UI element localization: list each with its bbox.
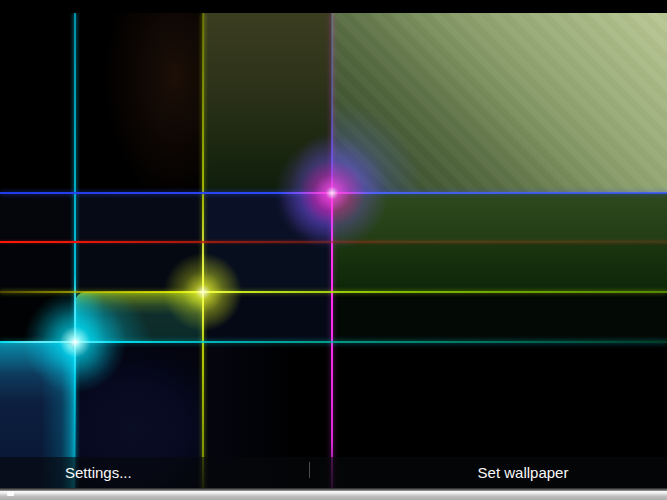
wallpaper-panel <box>0 242 75 292</box>
settings-button[interactable]: Settings... <box>65 457 132 488</box>
wallpaper-panel-navy <box>203 193 332 242</box>
wallpaper-panel <box>332 292 667 342</box>
wallpaper-panel-dark-green <box>332 242 667 292</box>
red-horizontal-line <box>0 241 667 243</box>
wallpaper-panel <box>75 193 203 242</box>
wallpaper-action-bar: Settings... Set wallpaper <box>0 457 667 488</box>
taskbar-notch <box>7 492 14 496</box>
top-black-strip <box>0 0 667 13</box>
wallpaper-panel <box>0 292 75 342</box>
action-bar-divider <box>309 462 310 478</box>
lime-horizontal-line <box>0 291 667 293</box>
set-wallpaper-label: Set wallpaper <box>478 457 569 488</box>
magenta-vertical-line <box>331 13 333 489</box>
wallpaper-panel <box>203 292 332 342</box>
wallpaper-panel-sage-green <box>332 13 667 193</box>
wallpaper-panel-green <box>332 193 667 242</box>
wallpaper-panel-olive <box>203 13 332 193</box>
cyan-vertical-line <box>74 13 76 489</box>
blue-horizontal-line <box>0 192 667 194</box>
wallpaper-panel-teal <box>75 292 203 342</box>
teal-horizontal-line <box>0 341 667 343</box>
wallpaper-panel <box>203 242 332 292</box>
wallpaper-panel <box>75 13 203 193</box>
android-wallpaper-preview-screen: Settings... Set wallpaper <box>0 0 667 500</box>
taskbar-edge[interactable] <box>0 488 667 500</box>
wallpaper-panel <box>75 242 203 292</box>
wallpaper-panel <box>0 13 75 193</box>
wallpaper-panel <box>0 193 75 242</box>
yellow-vertical-line <box>202 13 204 489</box>
